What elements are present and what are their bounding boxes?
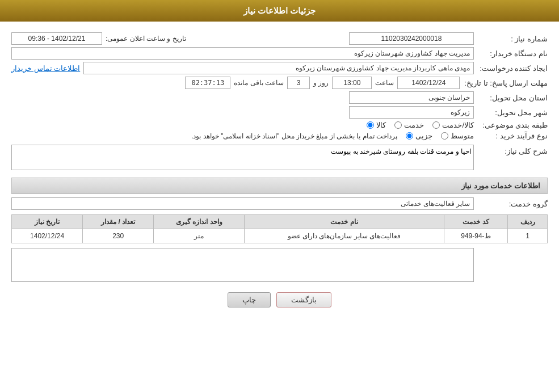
- page-wrapper: جزئیات اطلاعات نیاز شماره نیاز : تاریخ و…: [0, 0, 559, 392]
- province-value-area: [11, 91, 474, 104]
- buyer-org-input[interactable]: [11, 47, 474, 60]
- category-kala-radio[interactable]: [367, 121, 374, 129]
- response-day-label: روز و: [313, 79, 329, 87]
- deadline-row: مهلت ارسال پاسخ: تا تاریخ: ساعت روز و سا…: [11, 77, 548, 89]
- process-small-label: جزیی: [415, 132, 432, 140]
- need-number-value-area: تاریخ و ساعت اعلان عمومی:: [11, 32, 474, 45]
- response-time-label: ساعت: [375, 79, 394, 87]
- category-khedmat-label: خدمت: [404, 121, 424, 129]
- category-label: طبقه بندی موضوعی:: [474, 121, 548, 129]
- table-cell-row: 1: [508, 229, 548, 243]
- process-small-radio[interactable]: [406, 132, 413, 140]
- category-khedmat-radio[interactable]: [394, 121, 402, 129]
- col-row: ردیف: [508, 215, 548, 229]
- deadline-value-area: ساعت روز و ساعت باقی مانده: [11, 77, 460, 89]
- creator-input[interactable]: [83, 62, 474, 74]
- table-cell-unit: متر: [154, 229, 245, 243]
- deadline-label: مهلت ارسال پاسخ: تا تاریخ:: [460, 79, 548, 87]
- process-radio-medium: متوسط: [441, 132, 474, 140]
- buyer-desc-row: [11, 248, 548, 284]
- page-title: جزئیات اطلاعات نیاز: [243, 6, 316, 15]
- process-medium-radio[interactable]: [441, 132, 448, 140]
- need-number-row: شماره نیاز : تاریخ و ساعت اعلان عمومی:: [11, 32, 548, 45]
- services-table: ردیف کد خدمت نام خدمت واحد اندازه گیری ت…: [11, 214, 548, 243]
- category-radio-kala-khedmat: کالا/خدمت: [432, 121, 474, 129]
- service-group-input[interactable]: [11, 197, 474, 210]
- remaining-label: ساعت باقی مانده: [234, 79, 284, 87]
- process-radio-group: متوسط جزیی: [406, 132, 474, 140]
- category-value-area: کالا/خدمت خدمت کالا: [11, 121, 474, 129]
- category-radio-kala: کالا: [367, 121, 386, 129]
- description-label: شرح کلی نیاز:: [474, 147, 548, 155]
- response-days-input[interactable]: [287, 77, 310, 89]
- category-kala-khedmat-label: کالا/خدمت: [442, 121, 474, 129]
- process-medium-label: متوسط: [451, 132, 474, 140]
- print-button[interactable]: چاپ: [228, 292, 271, 307]
- announce-label: تاریخ و ساعت اعلان عمومی:: [106, 35, 186, 43]
- process-radio-small: جزیی: [406, 132, 432, 140]
- province-row: استان محل تحویل:: [11, 91, 548, 104]
- table-header: ردیف کد خدمت نام خدمت واحد اندازه گیری ت…: [12, 215, 548, 229]
- city-input[interactable]: [349, 106, 474, 119]
- col-code: کد خدمت: [444, 215, 508, 229]
- buyer-org-value-area: [11, 47, 474, 60]
- col-qty: تعداد / مقدار: [83, 215, 154, 229]
- col-name: نام خدمت: [245, 215, 444, 229]
- description-value-area: document.addEventListener('DOMContentLoa…: [11, 145, 474, 172]
- description-row: شرح کلی نیاز: document.addEventListener(…: [11, 145, 548, 172]
- buyer-org-label: نام دستگاه خریدار:: [474, 49, 548, 58]
- category-radio-khedmat: خدمت: [394, 121, 424, 129]
- table-cell-date: 1402/12/24: [12, 229, 83, 243]
- service-group-label: گروه خدمت:: [474, 200, 548, 208]
- services-section-title: اطلاعات خدمات مورد نیاز: [461, 182, 540, 190]
- remaining-time-input[interactable]: [185, 77, 230, 89]
- contact-link[interactable]: اطلاعات تماس خریدار: [11, 64, 80, 73]
- creator-row: ایجاد کننده درخواست: اطلاعات تماس خریدار: [11, 62, 548, 74]
- process-label: نوع فرآیند خرید :: [474, 132, 548, 140]
- creator-value-area: اطلاعات تماس خریدار: [11, 62, 474, 74]
- service-group-row: گروه خدمت:: [11, 197, 548, 210]
- back-button[interactable]: بازگشت: [276, 292, 331, 307]
- need-number-input[interactable]: [349, 32, 474, 45]
- announce-date-input[interactable]: [11, 32, 102, 45]
- buyer-org-row: نام دستگاه خریدار:: [11, 47, 548, 60]
- table-row: 1ط-94-949فعالیت‌های سایر سازمان‌های دارا…: [12, 229, 548, 243]
- table-cell-quantity: 230: [83, 229, 154, 243]
- table-body: 1ط-94-949فعالیت‌های سایر سازمان‌های دارا…: [12, 229, 548, 243]
- category-row: طبقه بندی موضوعی: کالا/خدمت خدمت کالا: [11, 121, 548, 129]
- process-row: نوع فرآیند خرید : متوسط جزیی پرداخت تمام…: [11, 132, 548, 140]
- city-row: شهر محل تحویل:: [11, 106, 548, 119]
- page-header: جزئیات اطلاعات نیاز: [0, 0, 559, 22]
- col-unit: واحد اندازه گیری: [154, 215, 245, 229]
- content-area: شماره نیاز : تاریخ و ساعت اعلان عمومی: ن…: [0, 22, 559, 324]
- category-kala-label: کالا: [376, 121, 386, 129]
- process-value-area: متوسط جزیی پرداخت تمام یا بخشی از مبلغ خ…: [11, 132, 474, 140]
- button-row: بازگشت چاپ: [11, 292, 548, 307]
- category-kala-khedmat-radio[interactable]: [432, 121, 440, 129]
- table-cell-name: فعالیت‌های سایر سازمان‌های دارای عضو: [245, 229, 444, 243]
- city-value-area: [11, 106, 474, 119]
- response-date-input[interactable]: [397, 77, 460, 89]
- category-radio-group: کالا/خدمت خدمت کالا: [11, 121, 474, 129]
- buyer-desc-textarea[interactable]: [11, 248, 474, 282]
- process-note: پرداخت تمام یا بخشی از مبلغ خریداز محل "…: [191, 132, 397, 140]
- service-group-value-area: [11, 197, 474, 210]
- buyer-desc-value-area: [11, 248, 474, 284]
- response-time-input[interactable]: [332, 77, 372, 89]
- table-cell-code: ط-94-949: [444, 229, 508, 243]
- services-section-header: اطلاعات خدمات مورد نیاز: [11, 178, 548, 194]
- province-label: استان محل تحویل:: [474, 94, 548, 102]
- col-date: تاریخ نیاز: [12, 215, 83, 229]
- province-input[interactable]: [349, 91, 474, 104]
- need-number-label: شماره نیاز :: [474, 35, 548, 43]
- description-textarea[interactable]: [11, 145, 474, 170]
- city-label: شهر محل تحویل:: [474, 108, 548, 117]
- creator-label: ایجاد کننده درخواست:: [474, 64, 548, 73]
